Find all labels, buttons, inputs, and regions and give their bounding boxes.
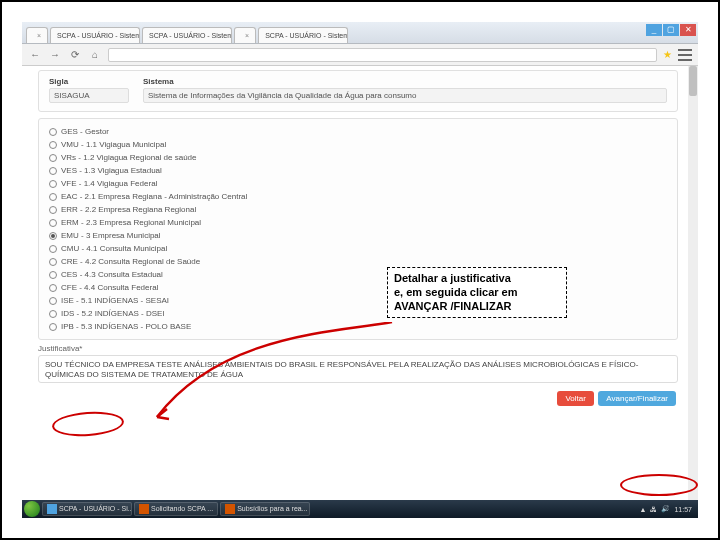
radio-icon <box>49 245 57 253</box>
page-content: Sigla SISAGUA Sistema Sistema de Informa… <box>22 66 698 500</box>
vertical-scrollbar[interactable] <box>688 66 698 500</box>
radio-icon <box>49 154 57 162</box>
profile-radio-label: VMU - 1.1 Vigiagua Municipal <box>61 140 166 149</box>
profile-radio-label: VES - 1.3 Vigiagua Estadual <box>61 166 162 175</box>
radio-icon <box>49 180 57 188</box>
sigla-label: Sigla <box>49 77 129 86</box>
profile-radio-option[interactable]: VES - 1.3 Vigiagua Estadual <box>49 166 667 175</box>
callout-line: Detalhar a justificativa <box>394 272 560 286</box>
tab-2[interactable]: SCPA - USUÁRIO - Sistem... × <box>142 27 232 43</box>
profile-radio-label: VRs - 1.2 Vigiagua Regional de saúde <box>61 153 197 162</box>
button-row: Voltar Avançar/Finalizar <box>22 387 676 406</box>
profile-radio-label: CMU - 4.1 Consulta Municipal <box>61 244 167 253</box>
avancar-finalizar-button[interactable]: Avançar/Finalizar <box>598 391 676 406</box>
profile-radio-label: EMU - 3 Empresa Municipal <box>61 231 161 240</box>
clock[interactable]: 11:57 <box>674 506 692 513</box>
tab-4[interactable]: SCPA - USUÁRIO - Sistem... × <box>258 27 348 43</box>
radio-icon <box>49 310 57 318</box>
profile-radio-label: IPB - 5.3 INDÍGENAS - POLO BASE <box>61 322 191 331</box>
tab-0[interactable]: × <box>26 27 48 43</box>
profile-radio-option[interactable]: ERR - 2.2 Empresa Regiana Regional <box>49 205 667 214</box>
justificativa-label: Justificativa* <box>38 344 678 353</box>
radio-icon <box>49 258 57 266</box>
home-icon[interactable]: ⌂ <box>88 48 102 62</box>
profile-radio-label: CES - 4.3 Consulta Estadual <box>61 270 163 279</box>
taskbar-item[interactable]: Subsídios para a rea... <box>220 502 310 516</box>
profile-radio-option[interactable]: EAC - 2.1 Empresa Regiana - Administraçã… <box>49 192 667 201</box>
sistema-value: Sistema de Informações da Vigilância da … <box>143 88 667 103</box>
profile-radio-option[interactable]: CES - 4.3 Consulta Estadual <box>49 270 667 279</box>
radio-icon <box>49 141 57 149</box>
taskbar-item[interactable]: Solicitando SCPA ... <box>134 502 218 516</box>
profile-radio-label: ERM - 2.3 Empresa Regional Municipal <box>61 218 201 227</box>
close-icon[interactable]: × <box>37 32 41 39</box>
profile-radio-label: CFE - 4.4 Consulta Federal <box>61 283 158 292</box>
profile-radio-option[interactable]: EMU - 3 Empresa Municipal <box>49 231 667 240</box>
start-button[interactable] <box>24 501 40 517</box>
menu-icon[interactable] <box>678 49 692 61</box>
tab-3[interactable]: × <box>234 27 256 43</box>
forward-icon[interactable]: → <box>48 48 62 62</box>
callout-line: AVANÇAR /FINALIZAR <box>394 300 560 314</box>
voltar-button[interactable]: Voltar <box>557 391 593 406</box>
tab-1[interactable]: SCPA - USUÁRIO - Sistem... × <box>50 27 140 43</box>
chrome-icon <box>47 504 57 514</box>
profile-radio-option[interactable]: ISE - 5.1 INDÍGENAS - SESAI <box>49 296 667 305</box>
profile-radio-option[interactable]: IPB - 5.3 INDÍGENAS - POLO BASE <box>49 322 667 331</box>
sigla-value: SISAGUA <box>49 88 129 103</box>
sistema-label: Sistema <box>143 77 667 86</box>
profile-radio-label: ISE - 5.1 INDÍGENAS - SESAI <box>61 296 169 305</box>
profile-radio-group: GES - GestorVMU - 1.1 Vigiagua Municipal… <box>38 118 678 340</box>
browser-tab-strip: × SCPA - USUÁRIO - Sistem... × SCPA - US… <box>22 22 698 44</box>
profile-radio-label: CRE - 4.2 Consulta Regional de Saúde <box>61 257 200 266</box>
radio-icon <box>49 271 57 279</box>
radio-icon <box>49 323 57 331</box>
windows-taskbar: SCPA - USUÁRIO - Si... Solicitando SCPA … <box>22 500 698 518</box>
profile-radio-label: VFE - 1.4 Vigiagua Federal <box>61 179 157 188</box>
back-icon[interactable]: ← <box>28 48 42 62</box>
url-input[interactable] <box>108 48 657 62</box>
tray-icon[interactable]: ▲ <box>640 506 647 513</box>
close-icon[interactable]: × <box>245 32 249 39</box>
radio-icon <box>49 219 57 227</box>
profile-radio-option[interactable]: VFE - 1.4 Vigiagua Federal <box>49 179 667 188</box>
browser-toolbar: ← → ⟳ ⌂ ★ <box>22 44 698 66</box>
profile-radio-label: EAC - 2.1 Empresa Regiana - Administraçã… <box>61 192 247 201</box>
system-tray: ▲ 🖧 🔊 11:57 <box>640 505 696 513</box>
minimize-button[interactable]: _ <box>646 24 662 36</box>
profile-radio-option[interactable]: CFE - 4.4 Consulta Federal <box>49 283 667 292</box>
radio-icon <box>49 206 57 214</box>
profile-radio-option[interactable]: ERM - 2.3 Empresa Regional Municipal <box>49 218 667 227</box>
network-icon[interactable]: 🖧 <box>650 506 657 513</box>
profile-radio-option[interactable]: CRE - 4.2 Consulta Regional de Saúde <box>49 257 667 266</box>
bookmark-icon[interactable]: ★ <box>663 49 672 60</box>
justificativa-textarea[interactable]: SOU TÉCNICO DA EMPRESA TESTE ANÁLISES AM… <box>38 355 678 383</box>
scrollbar-thumb[interactable] <box>689 66 697 96</box>
reload-icon[interactable]: ⟳ <box>68 48 82 62</box>
radio-icon <box>49 167 57 175</box>
profile-radio-label: IDS - 5.2 INDÍGENAS - DSEI <box>61 309 165 318</box>
profile-radio-option[interactable]: VRs - 1.2 Vigiagua Regional de saúde <box>49 153 667 162</box>
radio-icon <box>49 128 57 136</box>
profile-radio-label: ERR - 2.2 Empresa Regiana Regional <box>61 205 196 214</box>
callout-line: e, em seguida clicar em <box>394 286 560 300</box>
tab-label: SCPA - USUÁRIO - Sistem... <box>265 32 348 39</box>
powerpoint-icon <box>139 504 149 514</box>
profile-radio-option[interactable]: VMU - 1.1 Vigiagua Municipal <box>49 140 667 149</box>
profile-radio-option[interactable]: IDS - 5.2 INDÍGENAS - DSEI <box>49 309 667 318</box>
radio-icon <box>49 232 57 240</box>
volume-icon[interactable]: 🔊 <box>661 505 670 513</box>
profile-radio-option[interactable]: CMU - 4.1 Consulta Municipal <box>49 244 667 253</box>
radio-icon <box>49 193 57 201</box>
taskbar-item[interactable]: SCPA - USUÁRIO - Si... <box>42 502 132 516</box>
window-close-button[interactable]: ✕ <box>680 24 696 36</box>
instruction-callout: Detalhar a justificativa e, em seguida c… <box>387 267 567 318</box>
radio-icon <box>49 284 57 292</box>
profile-radio-option[interactable]: GES - Gestor <box>49 127 667 136</box>
tab-label: SCPA - USUÁRIO - Sistem... <box>57 32 140 39</box>
powerpoint-icon <box>225 504 235 514</box>
header-panel: Sigla SISAGUA Sistema Sistema de Informa… <box>38 70 678 112</box>
radio-icon <box>49 297 57 305</box>
profile-radio-label: GES - Gestor <box>61 127 109 136</box>
maximize-button[interactable]: ▢ <box>663 24 679 36</box>
